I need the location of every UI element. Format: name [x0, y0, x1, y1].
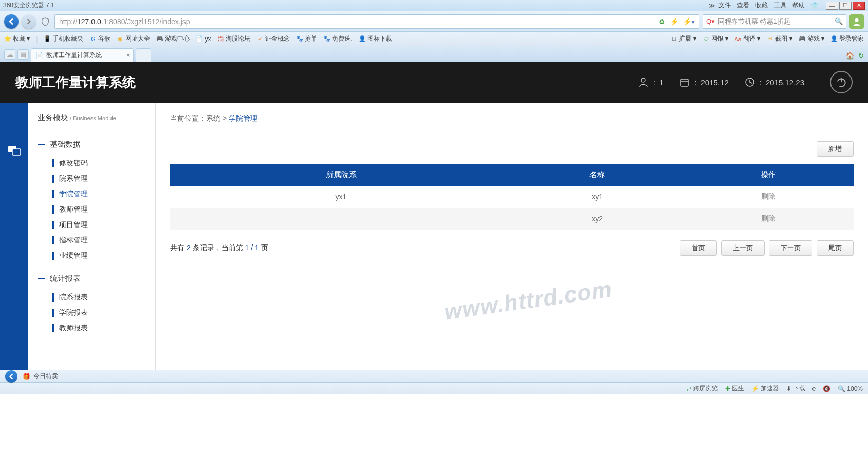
watermark: www.httrd.com [442, 276, 614, 325]
tab-favicon: 📄 [35, 52, 43, 59]
minimize-button[interactable]: — [826, 2, 838, 10]
bookmark-item[interactable]: ⊞扩展 ▾ [670, 34, 696, 43]
tab-close-icon[interactable]: × [126, 52, 130, 59]
back-button[interactable] [4, 14, 19, 29]
browser-footer: ⇄跨屏浏览 ✚医生 ⚡加速器 ⬇下载 e 🔇 🔍100% [0, 382, 868, 394]
browser-titlebar: 360安全浏览器 7.1 ≫ 文件 查看 收藏 工具 帮助 👕 — ☐ ✕ [0, 0, 868, 11]
sidebar-item[interactable]: 指标管理 [38, 233, 146, 248]
bookmark-item[interactable]: 🎮游戏中心 [156, 34, 190, 43]
cell-dept: yx1 [170, 186, 512, 208]
search-placeholder: 同程春节机票 特惠1折起 [718, 17, 790, 26]
nav-group-title[interactable]: 统计报表 [38, 272, 146, 286]
home-icon[interactable]: 🏠 [846, 52, 854, 60]
shield-icon[interactable] [39, 15, 51, 28]
power-button[interactable] [830, 71, 853, 93]
bookmark-item[interactable]: ✓证金概念 [256, 34, 290, 43]
chat-icon[interactable] [6, 144, 23, 158]
sidebar-item[interactable]: 项目管理 [38, 217, 146, 233]
bookmark-item[interactable]: G谷歌 [89, 34, 110, 43]
footer-back-icon[interactable] [5, 370, 17, 383]
skin-icon[interactable]: 👕 [811, 2, 819, 9]
breadcrumb-current[interactable]: 学院管理 [229, 114, 257, 122]
header-user-stat: : 1 [638, 77, 664, 88]
url-bar[interactable]: http:// 127.0.0.1 :8080/Jxgzl1512/index.… [54, 14, 699, 29]
menu-help[interactable]: 帮助 [792, 1, 805, 10]
lightning-icon[interactable]: ⚡ [670, 17, 678, 26]
app-title: 教师工作量计算系统 [15, 73, 136, 91]
bookmark-item[interactable]: 👤登录管家 [830, 34, 864, 43]
menu-file[interactable]: 文件 [718, 1, 731, 10]
breadcrumb: 当前位置：系统 > 学院管理 [170, 114, 854, 133]
sidebar-item[interactable]: 修改密码 [38, 156, 146, 171]
menu-fav[interactable]: 收藏 [755, 1, 768, 10]
cross-screen[interactable]: ⇄跨屏浏览 [687, 384, 718, 393]
doctor[interactable]: ✚医生 [725, 384, 744, 393]
user-icon [638, 77, 649, 88]
url-path: :8080/Jxgzl1512/index.jsp [107, 17, 190, 26]
bookmark-item[interactable]: 🎮游戏 ▾ [799, 34, 824, 43]
pip-icon[interactable]: e [812, 385, 816, 392]
maximize-button[interactable]: ☐ [839, 2, 852, 10]
search-bar[interactable]: Q▾ 同程春节机票 特惠1折起 🔍 [703, 14, 846, 29]
sidebar-item[interactable]: 院系管理 [38, 171, 146, 186]
menu-view[interactable]: 查看 [737, 1, 749, 10]
clock-icon [744, 77, 755, 88]
bookmark-item[interactable]: ◉网址大全 [117, 34, 150, 43]
sidebar-item[interactable]: 院系报表 [38, 290, 146, 305]
sidebar-item[interactable]: 学院报表 [38, 305, 146, 321]
cloud-icon[interactable]: ☁ [4, 49, 15, 60]
bookmark-item[interactable]: 🐾抢单 [296, 34, 317, 43]
url-host: 127.0.0.1 [77, 17, 107, 26]
accelerator[interactable]: ⚡加速器 [751, 384, 779, 393]
gift-icon[interactable]: 🎁 [23, 373, 30, 380]
bookmarks-bar: ⭐收藏 ▾|📱手机收藏夹G谷歌◉网址大全🎮游戏中心📄yx淘淘股论坛✓证金概念🐾抢… [0, 32, 868, 46]
refresh-icon[interactable]: ↻ [858, 52, 864, 60]
bookmark-item[interactable]: Aa翻译 ▾ [734, 34, 760, 43]
download[interactable]: ⬇下载 [786, 384, 805, 393]
bookmark-item[interactable]: 🛡网银 ▾ [703, 34, 728, 43]
avatar-button[interactable] [849, 14, 864, 29]
delete-link[interactable]: 删除 [761, 214, 775, 222]
pager-button[interactable]: 上一页 [721, 240, 765, 256]
table-row: xy2 删除 [170, 208, 854, 230]
svg-rect-2 [681, 79, 688, 86]
zoom[interactable]: 🔍100% [838, 385, 863, 392]
add-button[interactable]: 新增 [817, 141, 854, 157]
bookmark-item[interactable]: 🐾免费送. [323, 34, 352, 43]
sidebar-item[interactable]: 教师报表 [38, 321, 146, 336]
svg-point-1 [641, 78, 645, 82]
sidebar-item[interactable]: 学院管理 [38, 186, 146, 202]
bookmark-item[interactable]: 📱手机收藏夹 [44, 34, 83, 43]
bookmark-item[interactable]: 👤图标下载 [359, 34, 392, 43]
forward-button[interactable] [22, 14, 36, 29]
close-button[interactable]: ✕ [853, 2, 865, 10]
sidebar-item[interactable]: 教师管理 [38, 202, 146, 217]
cal-value: 2015.12 [701, 78, 729, 87]
bookmark-item[interactable]: ⭐收藏 ▾ [4, 34, 30, 43]
pager-button[interactable]: 首页 [680, 240, 717, 256]
mute-icon[interactable]: 🔇 [823, 385, 830, 392]
new-tab-button[interactable] [136, 48, 151, 62]
bookmark-item[interactable]: 📄yx [196, 35, 211, 43]
app-root: 教师工作量计算系统 : 1 : 2015.12 : 2015.12.23 [0, 62, 868, 370]
bookmark-item[interactable]: 淘淘股论坛 [217, 34, 250, 43]
menu-tools[interactable]: 工具 [774, 1, 786, 10]
cell-dept [170, 208, 512, 230]
recycle-icon[interactable]: ♻ [659, 17, 666, 26]
sidebar-item[interactable]: 业绩管理 [38, 248, 146, 263]
today-sale[interactable]: 今日特卖 [33, 372, 58, 381]
bookmark-item[interactable]: ✂截图 ▾ [766, 34, 792, 43]
delete-link[interactable]: 删除 [761, 192, 775, 200]
th-name: 名称 [512, 164, 683, 186]
compat-icon[interactable]: ⚡▾ [682, 17, 695, 26]
nav-group-title[interactable]: 基础数据 [38, 138, 146, 152]
cell-name: xy2 [512, 208, 683, 230]
search-engine-icon[interactable]: Q▾ [706, 17, 715, 25]
pager-button[interactable]: 下一页 [769, 240, 812, 256]
tab-active[interactable]: 📄 教师工作量计算系统 × [31, 48, 134, 62]
calendar-icon [679, 77, 690, 88]
list-icon[interactable]: ▤ [17, 49, 29, 60]
pager-button[interactable]: 尾页 [817, 240, 854, 256]
search-icon[interactable]: 🔍 [835, 17, 843, 25]
overflow-icon[interactable]: ≫ [709, 2, 715, 9]
